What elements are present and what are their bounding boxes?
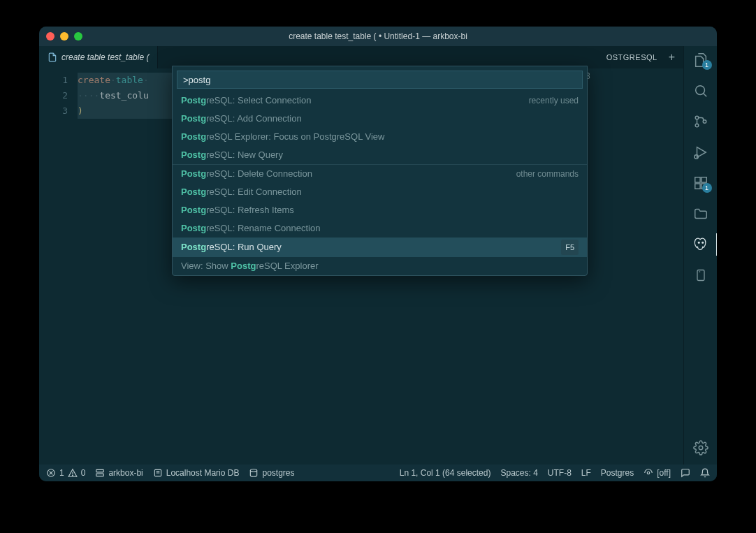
status-bar: 1 0 arkbox-bi Localhost Mario DB postgre…	[39, 465, 717, 481]
status-encoding[interactable]: UTF-8	[548, 468, 572, 478]
code-content: create·table·····test_colu)	[78, 68, 149, 465]
command-palette-item[interactable]: PostgreSQL: New Query	[173, 146, 587, 164]
activity-bar: 1 1	[683, 46, 717, 465]
command-palette: PostgreSQL: Select Connectionrecently us…	[172, 66, 588, 276]
status-language[interactable]: Postgres	[601, 468, 634, 478]
command-palette-input[interactable]	[177, 71, 583, 89]
svg-point-12	[702, 242, 703, 243]
svg-point-3	[695, 124, 699, 127]
line-number: 2	[39, 88, 68, 103]
search-icon[interactable]	[692, 82, 709, 99]
svg-point-26	[251, 469, 257, 472]
plug-icon	[153, 468, 163, 478]
extensions-badge: 1	[702, 183, 712, 193]
app-window: create table test_table ( • Untitled-1 —…	[39, 27, 717, 481]
line-number: 1	[39, 73, 68, 88]
database-icon	[249, 468, 259, 478]
status-eol[interactable]: LF	[581, 468, 591, 478]
svg-point-15	[699, 446, 703, 450]
command-palette-item[interactable]: PostgreSQL: Edit Connection	[173, 183, 587, 201]
tab-label: create table test_table (	[61, 52, 149, 62]
status-problems[interactable]: 1 0	[46, 468, 85, 478]
status-screencast[interactable]: [off]	[644, 468, 671, 478]
svg-point-4	[703, 120, 706, 124]
new-tab-button[interactable]: +	[669, 51, 675, 64]
svg-line-1	[703, 94, 706, 97]
command-palette-list: PostgreSQL: Select Connectionrecently us…	[173, 92, 587, 275]
command-palette-item[interactable]: View: Show PostgreSQL Explorer	[173, 257, 587, 275]
status-connection[interactable]: Localhost Mario DB	[153, 468, 240, 478]
error-icon	[46, 468, 56, 478]
command-palette-item[interactable]: PostgreSQL: Rename Connection	[173, 219, 587, 238]
feedback-icon	[681, 468, 690, 478]
svg-point-20	[72, 475, 73, 476]
breadcrumb-lang: OSTGRESQL	[606, 53, 657, 61]
command-palette-item[interactable]: PostgreSQL: Select Connectionrecently us…	[173, 92, 587, 110]
postgresql-icon[interactable]	[692, 236, 709, 253]
status-bell[interactable]	[700, 468, 710, 478]
svg-rect-7	[695, 177, 699, 182]
main-area: create table test_table ( OSTGRESQL + 1 …	[39, 46, 717, 465]
svg-point-11	[698, 242, 699, 243]
svg-rect-21	[96, 469, 104, 472]
svg-point-27	[647, 472, 650, 474]
run-debug-icon[interactable]	[692, 144, 709, 161]
device-icon[interactable]	[692, 267, 709, 284]
broadcast-icon	[644, 468, 653, 478]
close-window-button[interactable]	[46, 32, 54, 41]
minimize-window-button[interactable]	[60, 32, 68, 41]
status-cursor[interactable]: Ln 1, Col 1 (64 selected)	[400, 468, 491, 478]
command-palette-item[interactable]: PostgreSQL: Refresh Items	[173, 201, 587, 219]
svg-rect-22	[96, 474, 104, 476]
svg-point-0	[695, 86, 704, 95]
file-icon	[48, 52, 57, 62]
svg-rect-10	[701, 177, 706, 182]
status-server[interactable]: arkbox-bi	[95, 468, 143, 478]
status-spaces[interactable]: Spaces: 4	[500, 468, 537, 478]
line-gutter: 1 2 3	[39, 68, 78, 465]
editor-tab-active[interactable]: create table test_table (	[39, 46, 158, 68]
status-database[interactable]: postgres	[249, 468, 294, 478]
tabs-bar-right: OSTGRESQL +	[598, 46, 683, 68]
command-palette-item[interactable]: PostgreSQL: Add Connection	[173, 110, 587, 128]
svg-rect-8	[695, 184, 699, 189]
source-control-icon[interactable]	[692, 113, 709, 130]
folder-icon[interactable]	[692, 205, 709, 222]
bell-icon	[700, 468, 710, 478]
titlebar: create table test_table ( • Untitled-1 —…	[39, 27, 717, 46]
window-title: create table test_table ( • Untitled-1 —…	[289, 31, 467, 41]
status-feedback[interactable]	[681, 468, 690, 478]
maximize-window-button[interactable]	[74, 32, 82, 41]
svg-rect-13	[697, 270, 704, 281]
extensions-icon[interactable]: 1	[692, 175, 709, 191]
server-icon	[95, 468, 105, 478]
explorer-icon[interactable]: 1	[692, 52, 709, 68]
window-controls	[46, 32, 82, 41]
warning-icon	[68, 468, 78, 478]
svg-point-2	[695, 116, 699, 119]
command-palette-item[interactable]: PostgreSQL: Delete Connectionother comma…	[173, 164, 587, 183]
command-palette-item[interactable]: PostgreSQL: Run QueryF5	[173, 238, 587, 257]
line-number: 3	[39, 103, 68, 119]
command-palette-item[interactable]: PostgreSQL Explorer: Focus on PostgreSQL…	[173, 128, 587, 146]
settings-gear-icon[interactable]	[692, 439, 709, 456]
explorer-badge: 1	[702, 60, 712, 70]
